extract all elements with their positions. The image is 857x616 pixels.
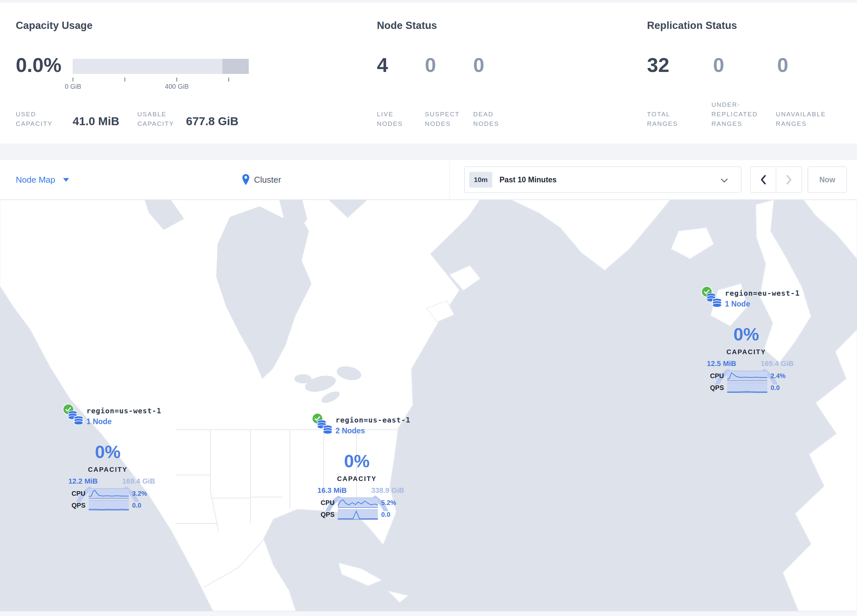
breadcrumb-label: Cluster	[254, 175, 281, 185]
total-capacity: 169.4 GiB	[122, 477, 155, 486]
step-forward-button[interactable]	[776, 167, 801, 193]
caret-down-icon	[63, 178, 69, 182]
capacity-axis-tick	[73, 77, 73, 82]
cpu-value: 3.2%	[132, 488, 147, 499]
under-replicated-ranges-count: 0	[713, 54, 724, 76]
cpu-value: 5.2%	[381, 497, 396, 509]
capacity-axis-tick	[228, 77, 229, 82]
unavailable-ranges-label: UNAVAILABLE RANGES	[776, 110, 835, 128]
now-button[interactable]: Now	[808, 167, 847, 193]
locality-marker-us-east-1[interactable]: region=us-east-1 2 Nodes 0% CAPACITY 16.…	[311, 413, 410, 523]
cpu-metric-row: CPU 5.2%	[311, 497, 410, 509]
cpu-label: CPU	[707, 370, 724, 382]
under-replicated-ranges-label: UNDER-REPLICATED RANGES	[712, 100, 770, 128]
cluster-summary-panel: Capacity Usage 0.0% 0 GiB 400 GiB USED C…	[0, 3, 857, 144]
region-label: region=us-west-1	[87, 407, 161, 415]
capacity-axis-label-400: 400 GiB	[157, 83, 196, 90]
time-range-label: Past 10 Minutes	[500, 176, 557, 184]
step-back-button[interactable]	[750, 167, 776, 193]
capacity-bar-reserved-segment	[223, 59, 249, 74]
suspect-nodes-label: SUSPECT NODES	[425, 110, 467, 128]
live-nodes-count: 4	[377, 54, 388, 76]
capacity-usage-title: Capacity Usage	[16, 20, 93, 32]
locality-marker-us-west-1[interactable]: region=us-west-1 1 Node 0% CAPACITY 12.2…	[62, 403, 161, 514]
view-selector-label: Node Map	[16, 175, 55, 185]
dead-nodes-label: DEAD NODES	[473, 110, 513, 128]
chevron-right-icon	[786, 175, 792, 185]
total-capacity: 338.9 GiB	[371, 486, 404, 495]
suspect-nodes-count: 0	[425, 54, 436, 76]
time-range-dropdown[interactable]: 10m Past 10 Minutes	[464, 167, 741, 193]
cpu-sparkline	[89, 488, 129, 499]
time-window-badge: 10m	[469, 172, 492, 188]
capacity-label: CAPACITY	[75, 466, 141, 473]
qps-label: QPS	[317, 509, 334, 520]
cpu-value: 2.4%	[770, 370, 786, 382]
capacity-percent: 0%	[324, 451, 390, 471]
node-map[interactable]: region=us-west-1 1 Node 0% CAPACITY 12.2…	[0, 200, 857, 611]
qps-metric-row: QPS 0.0	[311, 509, 410, 520]
locality-marker-eu-west-1[interactable]: region=eu-west-1 1 Node 0% CAPACITY 12.5…	[701, 286, 800, 396]
capacity-percent: 0%	[75, 442, 141, 462]
capacity-usage-bar	[73, 59, 249, 74]
capacity-percent: 0%	[713, 324, 779, 344]
used-capacity: 12.2 MiB	[68, 477, 97, 486]
qps-label: QPS	[68, 499, 85, 511]
cpu-label: CPU	[317, 497, 334, 509]
cpu-sparkline	[727, 370, 767, 381]
qps-value: 0.0	[132, 499, 141, 511]
qps-metric-row: QPS 0.0	[701, 382, 800, 394]
live-nodes-label: LIVE NODES	[377, 110, 416, 128]
capacity-axis-label-0: 0 GiB	[53, 83, 93, 90]
node-status-title: Node Status	[377, 20, 437, 32]
cpu-metric-row: CPU 3.2%	[62, 488, 161, 499]
total-ranges-label: TOTAL RANGES	[647, 110, 687, 128]
capacity-axis-tick	[125, 77, 125, 82]
chevron-left-icon	[760, 175, 766, 185]
capacity-label: CAPACITY	[713, 348, 779, 356]
map-pin-icon	[242, 173, 250, 186]
breadcrumb[interactable]: Cluster	[242, 160, 281, 199]
used-capacity: 16.3 MiB	[317, 486, 347, 495]
unavailable-ranges-count: 0	[777, 54, 788, 76]
qps-value: 0.0	[381, 509, 390, 520]
qps-label: QPS	[707, 382, 724, 394]
node-map-page: Capacity Usage 0.0% 0 GiB 400 GiB USED C…	[0, 0, 857, 616]
cpu-label: CPU	[68, 488, 85, 499]
capacity-label: CAPACITY	[324, 475, 390, 483]
map-toolbar: Node Map Cluster 10m Past 10 Minutes	[0, 160, 857, 200]
region-label: region=eu-west-1	[725, 289, 800, 297]
qps-sparkline	[89, 500, 129, 511]
total-capacity: 169.4 GiB	[761, 360, 794, 368]
time-step-buttons	[750, 167, 802, 193]
qps-value: 0.0	[770, 382, 780, 394]
total-ranges-count: 32	[647, 54, 669, 76]
capacity-usage-percent: 0.0%	[16, 54, 62, 76]
cpu-sparkline	[338, 497, 378, 508]
region-label: region=us-east-1	[336, 416, 410, 424]
used-capacity: 12.5 MiB	[707, 360, 736, 368]
qps-sparkline	[338, 509, 378, 520]
used-capacity-label: USED CAPACITY	[16, 110, 65, 128]
usable-capacity-value: 677.8 GiB	[186, 115, 238, 128]
qps-sparkline	[727, 382, 767, 393]
footer-strip	[0, 611, 857, 616]
capacity-axis-tick	[176, 77, 177, 82]
view-selector-dropdown[interactable]: Node Map	[16, 160, 69, 199]
used-capacity-value: 41.0 MiB	[73, 115, 119, 128]
toolbar-divider	[449, 160, 450, 199]
cpu-metric-row: CPU 2.4%	[701, 370, 800, 382]
replication-status-title: Replication Status	[647, 20, 737, 32]
dead-nodes-count: 0	[473, 54, 484, 76]
qps-metric-row: QPS 0.0	[62, 499, 161, 511]
usable-capacity-label: USABLE CAPACITY	[138, 110, 190, 128]
chevron-down-icon	[721, 178, 728, 183]
